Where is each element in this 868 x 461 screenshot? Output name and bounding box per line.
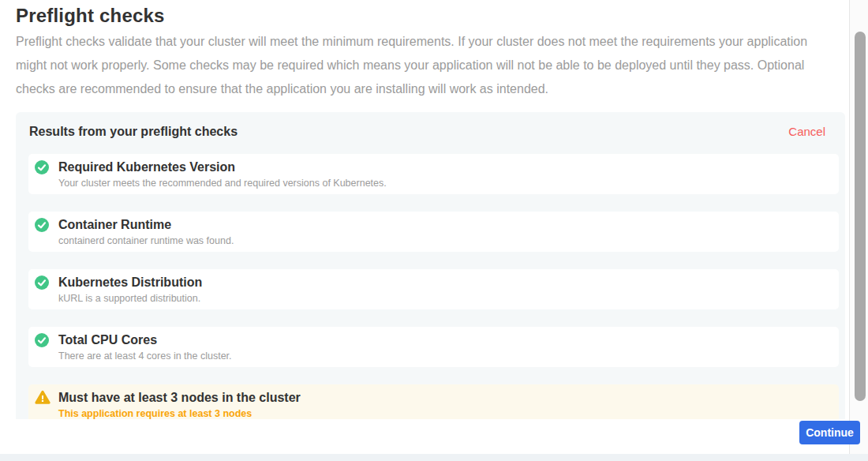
check-description: Your cluster meets the recommended and r…: [58, 178, 387, 189]
warning-triangle-icon: [35, 390, 51, 405]
page-title: Preflight checks: [16, 5, 165, 27]
check-description: containerd container runtime was found.: [58, 236, 234, 246]
panel-header-row: Results from your preflight checks Cance…: [16, 112, 845, 139]
check-text: Total CPU Cores There are at least 4 cor…: [58, 333, 232, 362]
check-text: Required Kubernetes Version Your cluster…: [58, 160, 387, 189]
check-item: Container Runtime containerd container r…: [28, 212, 839, 252]
scrollbar-track[interactable]: [849, 0, 868, 454]
check-status-icon-slot: [35, 218, 49, 232]
check-title: Kubernetes Distribution: [58, 275, 202, 289]
check-title: Container Runtime: [58, 218, 234, 231]
check-text: Must have at least 3 nodes in the cluste…: [58, 391, 301, 419]
scrollbar-thumb[interactable]: [855, 32, 866, 401]
check-text: Container Runtime containerd container r…: [58, 218, 234, 246]
bottom-strip: [0, 454, 868, 461]
check-circle-icon: [35, 218, 49, 232]
check-status-icon-slot: [35, 391, 49, 405]
check-status-icon-slot: [35, 333, 49, 347]
page-description: Preflight checks validate that your clus…: [16, 30, 841, 101]
panel-heading: Results from your preflight checks: [29, 125, 238, 139]
check-title: Total CPU Cores: [58, 333, 232, 347]
check-item: Required Kubernetes Version Your cluster…: [28, 154, 839, 194]
footer-bar: Continue: [0, 419, 849, 454]
check-status-icon-slot: [35, 160, 49, 174]
check-title: Must have at least 3 nodes in the cluste…: [58, 391, 301, 404]
check-item: Kubernetes Distribution kURL is a suppor…: [28, 269, 839, 309]
check-text: Kubernetes Distribution kURL is a suppor…: [58, 275, 202, 304]
check-title: Required Kubernetes Version: [58, 160, 387, 174]
cancel-button[interactable]: Cancel: [788, 125, 825, 138]
check-circle-icon: [35, 275, 49, 290]
check-description: kURL is a supported distribution.: [58, 294, 202, 304]
check-description: This application requires at least 3 nod…: [58, 409, 301, 419]
check-circle-icon: [35, 333, 49, 347]
check-circle-icon: [35, 160, 49, 174]
preflight-results-panel: Results from your preflight checks Cance…: [16, 112, 845, 419]
check-item: Must have at least 3 nodes in the cluste…: [28, 384, 839, 419]
check-item: Total CPU Cores There are at least 4 cor…: [28, 327, 839, 367]
check-list: Required Kubernetes Version Your cluster…: [16, 154, 845, 419]
continue-button[interactable]: Continue: [799, 421, 860, 444]
check-status-icon-slot: [35, 275, 49, 290]
check-description: There are at least 4 cores in the cluste…: [58, 351, 232, 362]
